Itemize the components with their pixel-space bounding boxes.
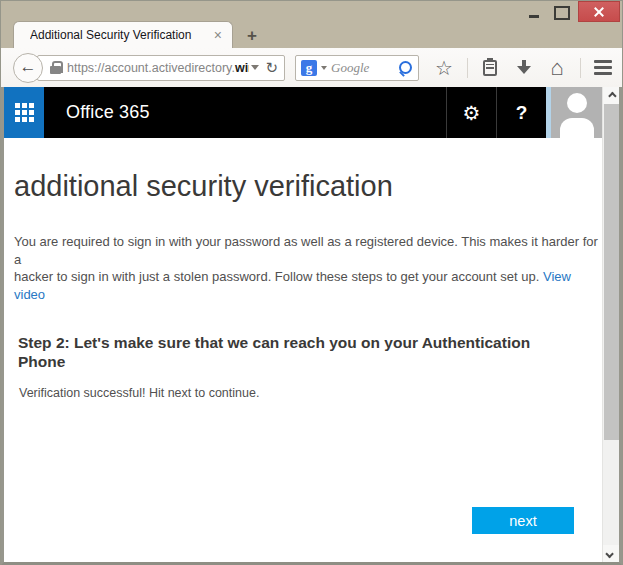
toolbar-separator [467, 58, 468, 78]
avatar-silhouette-icon [567, 93, 587, 113]
browser-viewport: Office 365 ⚙ ? additional security verif… [1, 87, 622, 565]
app-launcher-button[interactable] [4, 87, 44, 138]
tab-close-icon[interactable]: × [212, 28, 224, 42]
new-tab-button[interactable]: + [239, 25, 265, 47]
verification-status-text: Verification successful! Hit next to con… [19, 386, 602, 400]
help-icon: ? [516, 102, 528, 124]
menu-button[interactable] [592, 56, 614, 80]
clipboard-icon [483, 60, 497, 76]
close-button[interactable] [578, 1, 620, 22]
scrollbar-down-button[interactable] [603, 545, 619, 562]
https-lock-icon [50, 61, 61, 74]
url-bar[interactable]: https://account.activedirectory.window ↻ [37, 55, 285, 81]
office365-brand: Office 365 [66, 102, 150, 123]
maximize-button[interactable] [548, 1, 574, 23]
reload-icon[interactable]: ↻ [265, 60, 278, 75]
search-engine-dropdown-icon[interactable] [321, 66, 327, 70]
scrollbar-up-button[interactable] [603, 87, 619, 104]
intro-line-1: You are required to sign in with your pa… [14, 234, 598, 267]
toolbar-separator [580, 58, 581, 78]
scrollbar-thumb[interactable] [604, 104, 619, 440]
bookmarks-menu-button[interactable] [479, 56, 501, 80]
home-button[interactable]: ⌂ [546, 56, 568, 80]
browser-tab[interactable]: Additional Security Verification × [13, 21, 233, 48]
back-arrow-icon: ← [20, 58, 37, 75]
page-scrollbar[interactable] [602, 87, 619, 562]
back-button[interactable]: ← [13, 53, 43, 83]
url-text[interactable]: https://account.activedirectory.window [67, 61, 249, 75]
step-heading-line-1: Step 2: Let's make sure that we can reac… [18, 334, 530, 351]
url-domain: windo [235, 61, 250, 75]
minimize-button[interactable] [522, 1, 548, 23]
bookmark-star-button[interactable]: ☆ [433, 56, 455, 80]
url-prefix: https://account.activedirectory. [67, 61, 235, 75]
page-title: additional security verification [14, 168, 602, 204]
search-placeholder[interactable]: Google [331, 60, 398, 76]
navigation-toolbar: ← https://account.activedirectory.window… [1, 48, 622, 87]
chevron-up-icon [608, 91, 616, 99]
gear-icon: ⚙ [463, 103, 481, 123]
search-icon[interactable] [398, 61, 412, 75]
chevron-down-icon [605, 549, 613, 557]
toolbar-icons: ☆ ⌂ [433, 56, 614, 80]
google-engine-icon[interactable]: g [301, 60, 317, 76]
settings-button[interactable]: ⚙ [446, 87, 496, 138]
step-heading-line-2: Phone [18, 353, 65, 370]
downloads-button[interactable] [513, 56, 535, 80]
home-icon: ⌂ [550, 57, 563, 79]
user-avatar[interactable] [551, 87, 602, 138]
next-button[interactable]: next [472, 507, 574, 534]
intro-paragraph: You are required to sign in with your pa… [14, 233, 602, 303]
url-dropdown-icon[interactable] [251, 65, 259, 70]
help-button[interactable]: ? [496, 87, 546, 138]
app-launcher-grid-icon [15, 103, 34, 122]
star-icon: ☆ [435, 58, 453, 78]
tab-title: Additional Security Verification [30, 28, 212, 42]
intro-line-2: hacker to sign in with just a stolen pas… [14, 269, 539, 284]
web-page: Office 365 ⚙ ? additional security verif… [4, 87, 602, 562]
search-box[interactable]: g Google [295, 55, 419, 81]
page-content: additional security verification You are… [4, 138, 602, 400]
step-heading: Step 2: Let's make sure that we can reac… [18, 333, 602, 371]
titlebar: Additional Security Verification × + [1, 1, 622, 48]
hamburger-icon [594, 60, 612, 75]
browser-window: Additional Security Verification × + ← h… [0, 0, 623, 565]
window-controls [522, 1, 622, 25]
office365-top-bar: Office 365 ⚙ ? [4, 87, 602, 138]
download-arrow-icon [517, 60, 531, 75]
